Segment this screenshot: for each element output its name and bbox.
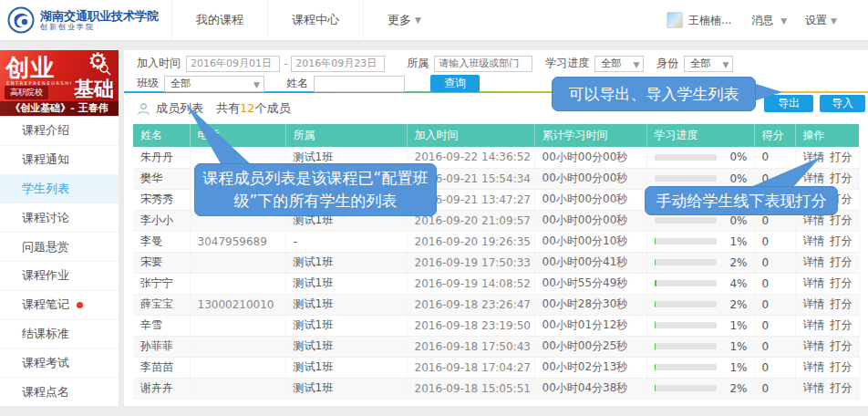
- cell-score: 0: [754, 336, 795, 357]
- progress-bar: [655, 154, 717, 161]
- detail-link[interactable]: 详情: [803, 360, 825, 373]
- settings-menu[interactable]: 设置▼: [805, 13, 837, 28]
- progress-percent: 0%: [717, 172, 748, 185]
- class-select[interactable]: 全部▼: [164, 76, 264, 92]
- progress-bar: [655, 217, 717, 224]
- cell-join-time: 2016-09-20 19:26:35: [407, 231, 534, 252]
- cell-class: 测试1班: [285, 315, 407, 336]
- identity-select[interactable]: 全部▼: [684, 56, 733, 72]
- progress-fill: [655, 343, 656, 349]
- progress-percent: 2%: [717, 382, 748, 395]
- chevron-down-icon: ▼: [722, 60, 728, 69]
- cell-name: 谢卉卉: [133, 378, 190, 399]
- cell-join-time: 2016-09-19 17:50:33: [407, 252, 534, 273]
- query-button[interactable]: 查询: [430, 75, 480, 92]
- cell-name: 张宁宁: [133, 273, 190, 294]
- cell-join-time: 2016-09-18 17:04:27: [407, 357, 534, 378]
- detail-link[interactable]: 详情: [803, 172, 825, 184]
- cell-score: 0: [754, 252, 795, 273]
- detail-link[interactable]: 详情: [803, 151, 825, 163]
- sidebar-item[interactable]: 课程笔记: [0, 290, 119, 319]
- progress-select[interactable]: 全部▼: [594, 56, 644, 72]
- column-header: 加入时间: [407, 124, 534, 147]
- cell-phone: 13000210010: [190, 294, 285, 315]
- cell-phone: [190, 252, 285, 273]
- school-logo[interactable]: 湖南交通职业技术学院 创新创业学院: [0, 6, 171, 34]
- nav-item[interactable]: 我的课程 ▼: [171, 0, 267, 41]
- cell-actions: 详情打分: [795, 294, 859, 315]
- cell-phone: 3047959689: [190, 231, 285, 252]
- sidebar-item[interactable]: 课程介绍: [0, 116, 119, 145]
- cell-progress: 2%: [646, 252, 754, 273]
- detail-link[interactable]: 详情: [803, 381, 825, 394]
- sidebar-item[interactable]: 课程点名: [0, 377, 119, 406]
- score-link[interactable]: 打分: [831, 276, 852, 289]
- progress-bar: [655, 301, 717, 307]
- cell-study-time: 00小时00分10秒: [534, 231, 646, 252]
- sidebar-item[interactable]: 学生列表: [0, 174, 119, 203]
- score-link[interactable]: 打分: [831, 381, 852, 394]
- cell-study-time: 00小时00分25秒: [534, 336, 646, 357]
- name-input[interactable]: [314, 76, 405, 92]
- column-header: 所属: [285, 124, 407, 147]
- import-button[interactable]: 导入: [820, 95, 865, 112]
- cell-join-time: 2016-09-18 23:19:50: [407, 315, 534, 336]
- date-from-input[interactable]: [186, 56, 280, 72]
- score-tooltip: 手动给学生线下表现打分: [645, 186, 838, 215]
- detail-link[interactable]: 详情: [803, 213, 825, 226]
- detail-link[interactable]: 详情: [803, 234, 825, 247]
- table-row: 谢卉卉 测试1班 2016-09-18 15:05:51 00小时04分38秒 …: [133, 378, 859, 399]
- cell-actions: 详情打分: [795, 273, 859, 294]
- sidebar-item[interactable]: 问题悬赏: [0, 232, 119, 261]
- cell-name: 李曼: [133, 231, 190, 252]
- column-header: 操作: [795, 124, 859, 147]
- avatar[interactable]: [666, 12, 683, 28]
- cell-progress: 4%: [646, 273, 754, 294]
- sidebar-item[interactable]: 结课标准: [0, 319, 119, 348]
- score-link[interactable]: 打分: [831, 151, 852, 163]
- cell-score: 0: [754, 378, 795, 399]
- chevron-down-icon: ▼: [415, 16, 421, 25]
- score-link[interactable]: 打分: [831, 172, 852, 184]
- messages-menu[interactable]: 消息 ▼: [751, 13, 787, 28]
- detail-link[interactable]: 详情: [803, 297, 825, 310]
- score-link[interactable]: 打分: [831, 297, 852, 310]
- school-logo-icon: [7, 6, 35, 34]
- progress-percent: 0%: [717, 214, 748, 227]
- sidebar-item[interactable]: 课程通知: [0, 145, 119, 174]
- cell-join-time: 2016-09-18 23:26:47: [407, 294, 534, 315]
- sidebar-item[interactable]: 课程讨论: [0, 203, 119, 232]
- score-link[interactable]: 打分: [831, 318, 852, 331]
- detail-link[interactable]: 详情: [803, 276, 825, 289]
- username[interactable]: 王楠楠...: [688, 13, 731, 28]
- detail-link[interactable]: 详情: [803, 339, 825, 352]
- progress-fill: [655, 238, 656, 244]
- score-link[interactable]: 打分: [831, 234, 852, 247]
- table-row: 薛宝宝 13000210010 测试1班 2016-09-18 23:26:47…: [133, 294, 859, 315]
- nav-item[interactable]: 课程中心 ▼: [267, 0, 363, 41]
- score-link[interactable]: 打分: [831, 255, 852, 268]
- date-to-input[interactable]: [291, 56, 385, 72]
- score-link[interactable]: 打分: [831, 360, 852, 373]
- table-row: 张宁宁 测试1班 2016-09-19 14:08:52 00小时55分49秒 …: [133, 273, 859, 294]
- cell-name: 宋秀秀: [133, 189, 190, 210]
- school-subname: 创新创业学院: [40, 23, 159, 31]
- detail-link[interactable]: 详情: [803, 318, 825, 331]
- sidebar-item[interactable]: 课程作业: [0, 261, 119, 290]
- cell-score: 0: [754, 357, 795, 378]
- owner-input[interactable]: [434, 56, 532, 72]
- detail-link[interactable]: 详情: [803, 255, 825, 268]
- score-link[interactable]: 打分: [831, 339, 852, 352]
- course-banner: 创业 ENTREPRENEURSHI ⚙ 基础 高职院校 《创业基础》- 王春伟: [0, 50, 119, 116]
- progress-percent: 1%: [717, 235, 748, 248]
- cell-study-time: 00小时00分00秒: [534, 147, 646, 168]
- export-button[interactable]: 导出: [764, 95, 813, 112]
- cell-actions: 详情打分: [795, 231, 859, 252]
- score-link[interactable]: 打分: [831, 213, 852, 226]
- cell-progress: 2%: [646, 294, 754, 315]
- column-header: 得分: [754, 124, 795, 147]
- nav-item[interactable]: 更多 ▼: [363, 0, 445, 41]
- sidebar-item[interactable]: 课程考试: [0, 348, 119, 377]
- top-navbar: 湖南交通职业技术学院 创新创业学院 我的课程 ▼ 课程中心 ▼ 更多 ▼ 王楠楠…: [0, 0, 868, 41]
- export-tooltip: 可以导出、导入学生列表: [552, 77, 756, 111]
